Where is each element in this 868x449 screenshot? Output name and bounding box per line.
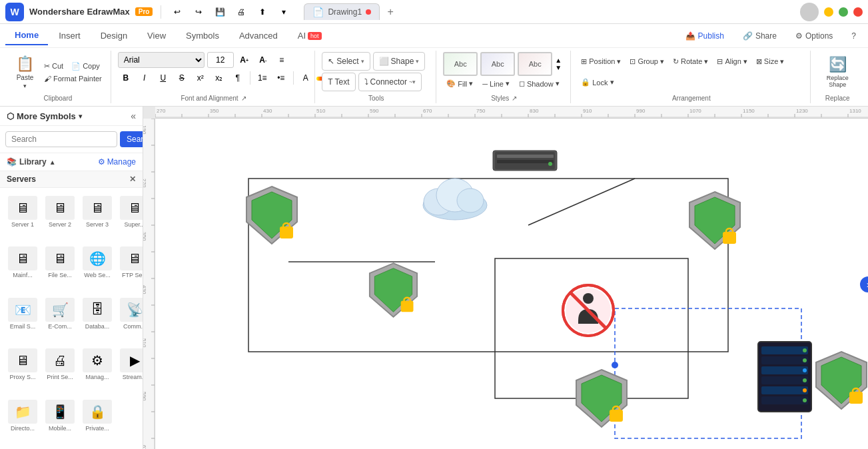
shape-firewall-5[interactable] — [575, 368, 628, 428]
symbol-item-12[interactable]: 🖥Proxy S... — [5, 346, 40, 394]
symbol-item-3[interactable]: 🖥Super... — [117, 193, 143, 241]
paragraph-indent-btn[interactable]: ¶ — [230, 70, 246, 86]
style-box-2[interactable]: Abc — [480, 52, 515, 76]
connector-btn[interactable]: ⤵ Connector ~▾ — [358, 73, 422, 91]
symbol-item-0[interactable]: 🖥Server 1 — [5, 193, 40, 241]
symbol-item-11[interactable]: 📡Comm... — [117, 295, 143, 343]
tab-ai[interactable]: AI hot — [288, 27, 331, 45]
publish-btn[interactable]: 📤 Publish — [679, 29, 731, 43]
list-bullet-btn[interactable]: •≡ — [273, 70, 289, 86]
redo-btn[interactable]: ↪ — [191, 4, 207, 20]
symbol-item-7[interactable]: 🖥FTP Se... — [117, 244, 143, 292]
symbol-item-10[interactable]: 🗄Databa... — [80, 295, 115, 343]
symbol-item-14[interactable]: ⚙Manag... — [80, 346, 115, 394]
bold-btn[interactable]: B — [118, 70, 134, 86]
symbol-item-8[interactable]: 📧Email S... — [5, 295, 40, 343]
replace-shape-btn[interactable]: 🔄 Replace Shape — [817, 52, 857, 92]
library-label[interactable]: 📚 Library ▲ — [7, 157, 56, 167]
superscript-btn[interactable]: x² — [193, 70, 209, 86]
subscript-btn[interactable]: x₂ — [211, 70, 227, 86]
styles-expand-icon[interactable]: ↗ — [512, 95, 517, 102]
shape-firewall-1[interactable] — [245, 185, 298, 245]
shape-switch[interactable] — [492, 145, 558, 175]
symbol-item-2[interactable]: 🖥Server 3 — [80, 193, 115, 241]
sidebar-collapse-btn[interactable]: « — [131, 111, 136, 121]
symbol-item-16[interactable]: 📁Directo... — [5, 397, 40, 445]
right-expand-btn[interactable]: › — [860, 276, 868, 292]
canvas-area[interactable]: 2703504305105906707508309109901070115012… — [143, 107, 868, 449]
symbol-item-5[interactable]: 🖥File Se... — [43, 244, 77, 292]
shape-server-rack[interactable] — [755, 338, 815, 415]
tab-home[interactable]: Home — [5, 26, 48, 45]
rotate-btn[interactable]: ↻Rotate▾ — [669, 56, 711, 67]
scroll-down[interactable]: ▼ — [555, 64, 562, 71]
user-avatar[interactable] — [800, 3, 819, 21]
tab-view[interactable]: View — [138, 27, 175, 45]
paste-btn[interactable]: 📋 Paste ▾ — [11, 52, 39, 92]
help-btn[interactable]: ? — [845, 29, 863, 43]
tab-insert[interactable]: Insert — [49, 27, 90, 45]
shape-firewall-4[interactable] — [815, 350, 868, 410]
font-family-select[interactable]: Arial — [118, 52, 205, 68]
sidebar-dropdown-icon[interactable]: ▾ — [79, 113, 82, 120]
close-btn[interactable] — [853, 7, 863, 17]
tab-design[interactable]: Design — [91, 27, 137, 45]
sidebar-search-input[interactable] — [5, 131, 117, 147]
shape-firewall-2[interactable] — [368, 262, 418, 318]
share-btn[interactable]: ⬆ — [254, 4, 270, 20]
shape-firewall-3[interactable] — [688, 191, 741, 250]
style-box-3[interactable]: Abc — [518, 52, 552, 76]
copy-btn[interactable]: 📄Copy — [68, 61, 103, 72]
symbol-item-15[interactable]: ▶Stream... — [117, 346, 143, 394]
scroll-up[interactable]: ▲ — [555, 57, 562, 64]
sidebar-search-btn[interactable]: Search — [120, 131, 143, 147]
tab-advanced[interactable]: Advanced — [230, 27, 287, 45]
strikethrough-btn[interactable]: S — [174, 70, 190, 86]
group-btn[interactable]: ⊡Group▾ — [626, 56, 667, 67]
format-painter-btn[interactable]: 🖌Format Painter — [41, 73, 105, 84]
font-color-btn[interactable]: A — [298, 70, 314, 86]
shape-btn[interactable]: ⬜ Shape ▾ — [373, 52, 426, 71]
symbol-item-1[interactable]: 🖥Server 2 — [43, 193, 77, 241]
align-btn[interactable]: ≡ — [274, 52, 290, 68]
manage-link[interactable]: ⚙ Manage — [98, 157, 136, 167]
lock-btn[interactable]: 🔒Lock▾ — [578, 77, 617, 88]
maximize-btn[interactable] — [839, 7, 848, 17]
symbol-item-9[interactable]: 🛒E-Com... — [43, 295, 77, 343]
minimize-btn[interactable] — [824, 7, 833, 17]
shape-cloud[interactable] — [418, 175, 492, 222]
align-arrange-btn[interactable]: ⊟Align▾ — [713, 56, 750, 67]
category-close-btn[interactable]: ✕ — [129, 175, 136, 184]
italic-btn[interactable]: I — [137, 70, 153, 86]
drawing-tab[interactable]: 📄 Drawing1 — [304, 3, 380, 20]
font-size-input[interactable] — [207, 52, 234, 68]
shadow-btn[interactable]: ◻Shadow▾ — [516, 78, 563, 89]
undo-btn[interactable]: ↩ — [169, 4, 185, 20]
quick-access-more[interactable]: ▾ — [276, 4, 292, 20]
select-btn[interactable]: ↖ Select ▾ — [322, 52, 370, 71]
cut-btn[interactable]: ✂Cut — [41, 61, 67, 72]
fill-btn[interactable]: 🎨Fill▾ — [443, 78, 476, 89]
text-btn[interactable]: T Text — [322, 73, 355, 91]
tab-symbols[interactable]: Symbols — [177, 27, 228, 45]
print-btn[interactable]: 🖨 — [233, 4, 249, 20]
symbol-item-6[interactable]: 🌐Web Se... — [80, 244, 115, 292]
symbol-item-18[interactable]: 🔒Private... — [80, 397, 115, 445]
new-tab-btn[interactable]: + — [382, 4, 398, 20]
decrease-font-btn[interactable]: A- — [255, 52, 271, 68]
size-btn[interactable]: ⊠Size▾ — [753, 56, 787, 67]
symbol-item-17[interactable]: 📱Mobile... — [43, 397, 77, 445]
symbol-item-13[interactable]: 🖨Print Se... — [43, 346, 77, 394]
options-btn[interactable]: ⚙ Options — [789, 29, 839, 43]
position-btn[interactable]: ⊞Position▾ — [578, 56, 624, 67]
shape-no-entry[interactable] — [562, 284, 615, 337]
line-btn[interactable]: ─Line▾ — [479, 78, 513, 89]
symbol-item-4[interactable]: 🖥Mainf... — [5, 244, 40, 292]
share-ribbon-btn[interactable]: 🔗 Share — [736, 29, 783, 43]
style-box-1[interactable]: Abc — [443, 52, 478, 76]
save-btn[interactable]: 💾 — [212, 4, 228, 20]
increase-font-btn[interactable]: A+ — [236, 52, 252, 68]
underline-btn[interactable]: U — [155, 70, 171, 86]
font-expand-icon[interactable]: ↗ — [241, 95, 246, 102]
list-ordered-btn[interactable]: 1≡ — [254, 70, 270, 86]
